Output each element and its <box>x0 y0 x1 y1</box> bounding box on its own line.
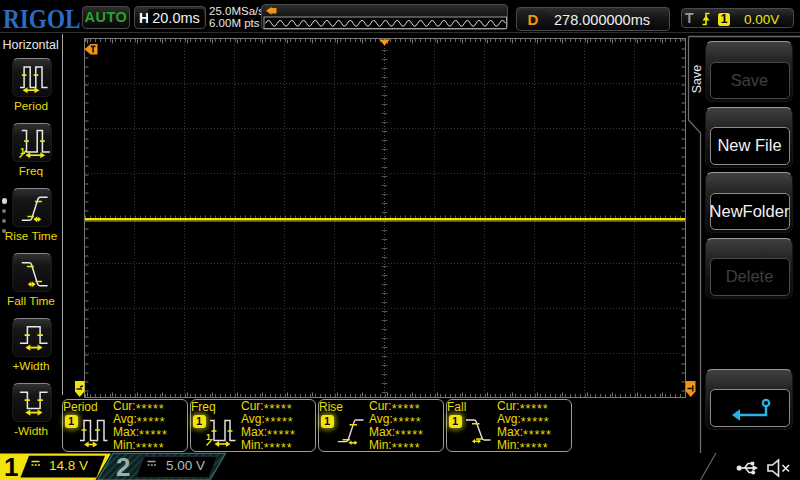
svg-text:1: 1 <box>206 432 211 442</box>
svg-text:2: 2 <box>116 452 130 480</box>
svg-text:5.00 V: 5.00 V <box>166 458 205 473</box>
svg-text:14.8 V: 14.8 V <box>49 458 88 473</box>
svg-text:1: 1 <box>4 452 18 480</box>
